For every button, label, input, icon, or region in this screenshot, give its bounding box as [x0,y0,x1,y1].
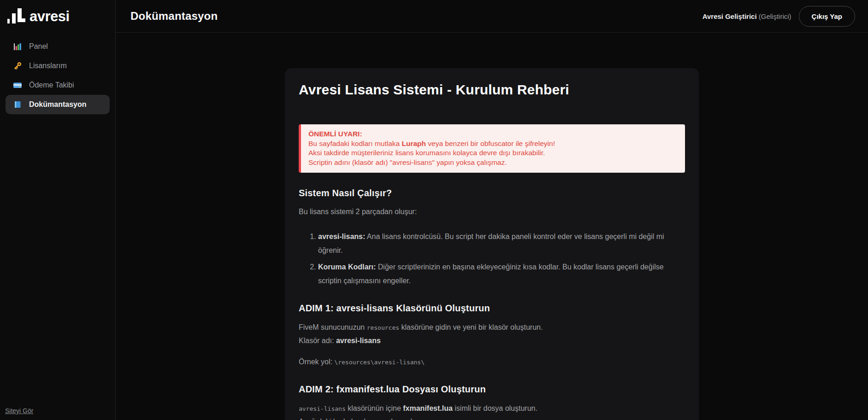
user-name: Avresi Geliştirici [703,12,757,20]
sidebar-item-dokumantasyon[interactable]: Dokümantasyon [6,95,110,114]
step-2-paragraph: avresi-lisans klasörünün içine fxmanifes… [299,402,685,420]
step-2-copy-instruction: Aşağıdaki kodu bu dosyaya kopyalayın: [299,418,428,420]
topbar-user-area: Avresi Geliştirici (Geliştirici) Çıkış Y… [703,6,855,27]
section-heading-step-2: ADIM 2: fxmanifest.lua Dosyası Oluşturun [299,384,685,395]
list-item: Koruma Kodları: Diğer scriptlerinizin en… [318,260,685,288]
content-area: Avresi Lisans Sistemi - Kurulum Rehberi … [116,33,868,420]
warning-line-1: Bu sayfadaki kodları mutlaka Luraph veya… [308,139,678,149]
sidebar-footer: Siteyi Gör [5,407,33,415]
warning-heading: ÖNEMLİ UYARI: [308,129,678,139]
app-root: avresi Panel [0,0,868,420]
key-icon [13,61,22,70]
sidebar-item-odeme-takibi[interactable]: Ödeme Takibi [6,76,110,95]
section-heading-step-1: ADIM 1: avresi-lisans Klasörünü Oluşturu… [299,303,685,314]
folder-name-strong: avresi-lisans [336,337,381,344]
sidebar-nav: Panel Lisanslarım [0,37,115,114]
credit-card-icon [13,81,22,90]
view-site-link[interactable]: Siteyi Gör [5,407,33,414]
inline-code-avresi-lisans: avresi-lisans [299,405,346,412]
book-icon [13,100,22,109]
warning-box: ÖNEMLİ UYARI: Bu sayfadaki kodları mutla… [299,124,685,173]
user-info: Avresi Geliştirici (Geliştirici) [703,12,791,20]
warning-bold-luraph: Luraph [402,140,426,147]
step-1-paragraph: FiveM sunucunuzun resources klasörüne gi… [299,321,685,347]
doc-title: Avresi Lisans Sistemi - Kurulum Rehberi [299,82,685,98]
bar-chart-icon [13,42,22,51]
sidebar-item-label: Ödeme Takibi [29,81,74,89]
how-it-works-intro: Bu lisans sistemi 2 parçadan oluşur: [299,205,685,218]
doc-card: Avresi Lisans Sistemi - Kurulum Rehberi … [285,68,699,420]
inline-code-example-path: \resources\avresi-lisans\ [334,359,425,366]
main-column: Dokümantasyon Avresi Geliştirici (Gelişt… [116,0,868,420]
sidebar-item-panel[interactable]: Panel [6,37,110,56]
step-1-example-path: Örnek yol: \resources\avresi-lisans\ [299,356,685,369]
sidebar-item-label: Dokümantasyon [29,100,86,109]
topbar: Dokümantasyon Avresi Geliştirici (Gelişt… [116,0,868,33]
warning-line-2: Aksi takdirde müşterileriniz lisans koru… [308,148,678,158]
section-heading-how-it-works: Sistem Nasıl Çalışır? [299,188,685,198]
logout-button[interactable]: Çıkış Yap [799,6,855,27]
sidebar: avresi Panel [0,0,116,420]
brand-name: avresi [30,8,70,25]
warning-line-3: Scriptin adını (klasör adı) "avresi-lisa… [308,158,678,168]
sidebar-item-label: Panel [29,42,48,51]
fxmanifest-strong: fxmanifest.lua [403,404,453,412]
avresi-logo-icon [6,6,26,27]
sidebar-item-lisanslarim[interactable]: Lisanslarım [6,56,110,76]
list-item: avresi-lisans: Ana lisans kontrolcüsü. B… [318,230,685,257]
user-role: (Geliştirici) [759,12,791,20]
brand-logo[interactable]: avresi [0,0,115,32]
components-list: avresi-lisans: Ana lisans kontrolcüsü. B… [299,230,685,288]
sidebar-item-label: Lisanslarım [29,62,67,70]
inline-code-resources: resources [367,324,399,331]
page-title: Dokümantasyon [130,10,218,23]
